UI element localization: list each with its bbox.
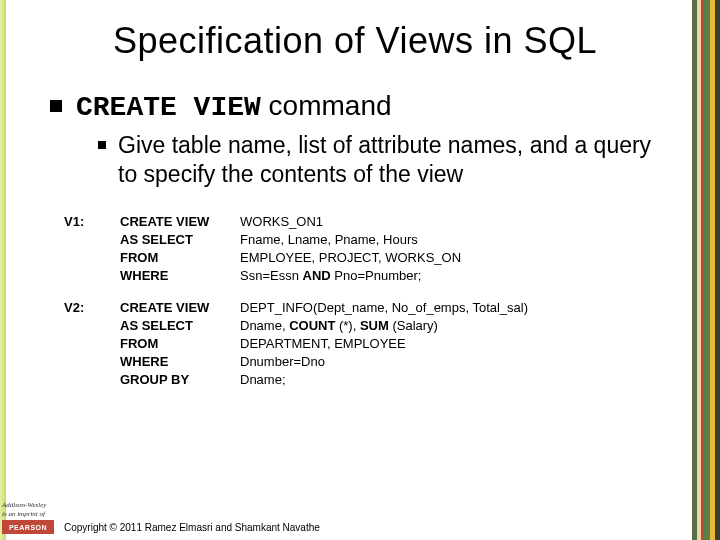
table-row: AS SELECT Dname, COUNT (*), SUM (Salary): [64, 317, 528, 335]
slide: Specification of Views in SQL CREATE VIE…: [10, 0, 690, 540]
addison-wesley-text: Addison-Wesley: [2, 502, 54, 509]
table-row: WHERE Ssn=Essn AND Pno=Pnumber;: [64, 267, 461, 285]
bullet-level1: CREATE VIEW command: [50, 90, 660, 123]
footer: Addison-Wesley is an imprint of PEARSON …: [0, 502, 720, 534]
bullet1-rest: command: [261, 90, 392, 121]
sql-v1: V1: CREATE VIEW WORKS_ON1 AS SELECT Fnam…: [64, 213, 461, 285]
bg-left-stripe: [0, 0, 6, 540]
sql-value: Dnumber=Dno: [240, 353, 528, 371]
sql-value: Dname, COUNT (*), SUM (Salary): [240, 317, 528, 335]
sql-label: V2:: [64, 299, 120, 317]
sql-keyword: FROM: [120, 249, 240, 267]
sql-value: DEPT_INFO(Dept_name, No_of_emps, Total_s…: [240, 299, 528, 317]
bullet-level2: Give table name, list of attribute names…: [98, 131, 660, 189]
sql-keyword: WHERE: [120, 267, 240, 285]
sql-value: Ssn=Essn AND Pno=Pnumber;: [240, 267, 461, 285]
sql-v2: V2: CREATE VIEW DEPT_INFO(Dept_name, No_…: [64, 299, 528, 389]
imprint-text: is an imprint of: [2, 511, 54, 518]
sql-value: Dname;: [240, 371, 528, 389]
square-bullet-icon: [50, 100, 62, 112]
copyright-text: Copyright © 2011 Ramez Elmasri and Shamk…: [64, 522, 320, 534]
sql-keyword: AS SELECT: [120, 231, 240, 249]
bullet1-code: CREATE VIEW: [76, 92, 261, 123]
page-title: Specification of Views in SQL: [50, 20, 660, 62]
sql-keyword: WHERE: [120, 353, 240, 371]
table-row: V2: CREATE VIEW DEPT_INFO(Dept_name, No_…: [64, 299, 528, 317]
sql-value: EMPLOYEE, PROJECT, WORKS_ON: [240, 249, 461, 267]
pearson-badge: PEARSON: [2, 520, 54, 534]
sql-keyword: FROM: [120, 335, 240, 353]
sql-keyword: AS SELECT: [120, 317, 240, 335]
table-row: FROM DEPARTMENT, EMPLOYEE: [64, 335, 528, 353]
table-row: AS SELECT Fname, Lname, Pname, Hours: [64, 231, 461, 249]
sql-example-block: V1: CREATE VIEW WORKS_ON1 AS SELECT Fnam…: [60, 207, 660, 399]
bullet1-text: CREATE VIEW command: [76, 90, 392, 123]
sql-keyword: CREATE VIEW: [120, 213, 240, 231]
table-row: FROM EMPLOYEE, PROJECT, WORKS_ON: [64, 249, 461, 267]
table-row: GROUP BY Dname;: [64, 371, 528, 389]
sql-value: DEPARTMENT, EMPLOYEE: [240, 335, 528, 353]
publisher-logo: Addison-Wesley is an imprint of PEARSON: [0, 502, 54, 534]
sql-value: Fname, Lname, Pname, Hours: [240, 231, 461, 249]
table-row: V1: CREATE VIEW WORKS_ON1: [64, 213, 461, 231]
table-row: WHERE Dnumber=Dno: [64, 353, 528, 371]
sql-keyword: GROUP BY: [120, 371, 240, 389]
bullet2-text: Give table name, list of attribute names…: [118, 131, 660, 189]
sql-value: WORKS_ON1: [240, 213, 461, 231]
square-bullet-icon: [98, 141, 106, 149]
sql-label: V1:: [64, 213, 120, 231]
sql-keyword: CREATE VIEW: [120, 299, 240, 317]
bg-right-stripes: [692, 0, 720, 540]
